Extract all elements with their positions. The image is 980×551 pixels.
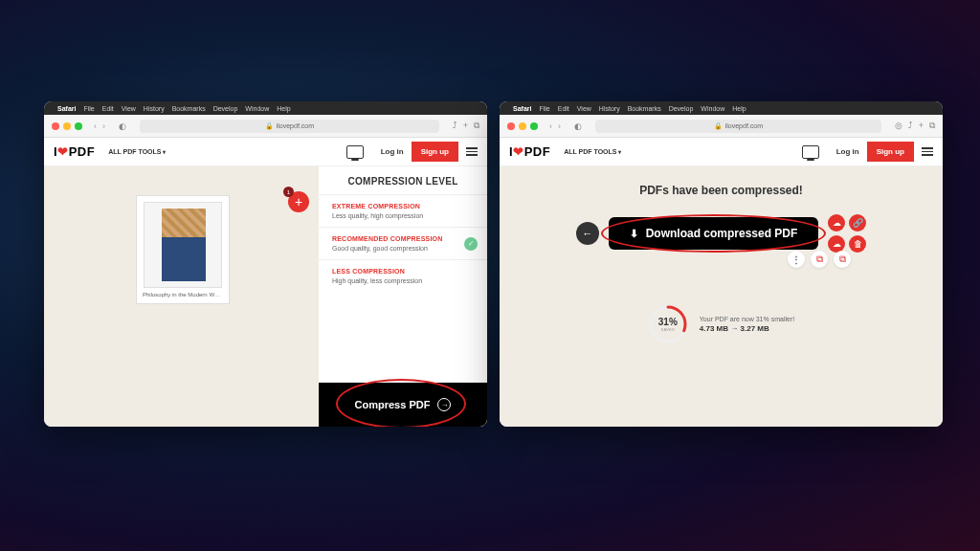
site-logo[interactable]: I❤PDF	[509, 144, 550, 159]
plus-icon: +	[295, 194, 302, 209]
close-window-icon[interactable]	[52, 122, 59, 130]
menu-edit[interactable]: Edit	[102, 105, 114, 112]
heart-icon: ❤	[57, 144, 69, 159]
compress-button[interactable]: Compress PDF →	[319, 383, 487, 427]
check-icon: ✓	[464, 237, 478, 251]
stats-line: Your PDF are now 31% smaller!	[700, 316, 794, 322]
download-button[interactable]: ⬇ Download compressed PDF	[609, 217, 819, 250]
signup-button[interactable]: Sign up	[867, 142, 914, 162]
arrow-right-icon: →	[437, 398, 451, 411]
menu-window[interactable]: Window	[245, 105, 269, 112]
back-icon[interactable]: ‹	[92, 121, 99, 131]
back-icon[interactable]: ‹	[547, 121, 554, 131]
macos-menubar: Safari File Edit View History Bookmarks …	[500, 101, 943, 115]
url-bar[interactable]: 🔒 ilovepdf.com	[595, 120, 881, 133]
new-tab-icon[interactable]: +	[919, 121, 924, 131]
panel-title: COMPRESSION LEVEL	[319, 166, 487, 194]
share-icon[interactable]: ⤴	[908, 121, 913, 131]
add-file-button[interactable]: + 1	[288, 191, 309, 212]
nav-arrows: ‹ ›	[547, 121, 563, 131]
more-icon[interactable]: ⋮	[788, 251, 805, 268]
compression-panel: COMPRESSION LEVEL EXTREME COMPRESSION Le…	[319, 166, 487, 427]
cloud-save-icon[interactable]: ☁	[828, 214, 845, 231]
menu-help[interactable]: Help	[732, 105, 746, 112]
delete-icon[interactable]: 🗑	[849, 235, 866, 253]
arrow-left-icon: ←	[582, 228, 592, 239]
menu-bookmarks[interactable]: Bookmarks	[172, 105, 206, 112]
file-count-badge: 1	[283, 187, 294, 197]
merge-icon[interactable]: ⧉	[834, 251, 851, 268]
hamburger-icon[interactable]	[922, 147, 933, 156]
forward-icon[interactable]: ›	[100, 121, 107, 131]
secondary-actions: ⋮ ⧉ ⧉	[788, 251, 851, 268]
savings-gauge: 31% SAVED	[648, 304, 688, 344]
tabs-icon[interactable]: ⧉	[929, 121, 935, 131]
menu-develop[interactable]: Develop	[213, 105, 238, 112]
maximize-window-icon[interactable]	[75, 122, 82, 130]
close-window-icon[interactable]	[507, 122, 515, 130]
minimize-window-icon[interactable]	[63, 122, 71, 130]
url-bar[interactable]: 🔒 ilovepdf.com	[140, 120, 439, 133]
menubar-app[interactable]: Safari	[57, 105, 76, 112]
all-tools-dropdown[interactable]: ALL PDF TOOLS	[564, 148, 621, 155]
level-less[interactable]: LESS COMPRESSION High quality, less comp…	[319, 259, 487, 292]
content-area: Philosophy in the Modern Worl... + 1 COM…	[44, 166, 487, 427]
menubar-app[interactable]: Safari	[513, 105, 531, 112]
menu-view[interactable]: View	[122, 105, 136, 112]
download-row: ← ⬇ Download compressed PDF ☁ 🔗 ☁ 🗑	[500, 214, 943, 253]
file-card[interactable]: Philosophy in the Modern Worl...	[136, 195, 230, 304]
signup-button[interactable]: Sign up	[412, 142, 458, 162]
all-tools-dropdown[interactable]: ALL PDF TOOLS	[108, 148, 166, 155]
safari-window-compress: Safari File Edit View History Bookmarks …	[44, 101, 487, 427]
success-title: PDFs have been compressed!	[500, 166, 943, 197]
login-button[interactable]: Log in	[829, 143, 867, 160]
share-actions: ☁ 🔗 ☁ 🗑	[828, 214, 866, 253]
link-icon[interactable]: 🔗	[849, 214, 866, 231]
traffic-lights[interactable]	[52, 122, 82, 130]
reader-icon[interactable]: ◎	[895, 121, 902, 131]
forward-icon[interactable]: ›	[556, 121, 563, 131]
maximize-window-icon[interactable]	[530, 122, 538, 130]
level-extreme[interactable]: EXTREME COMPRESSION Less quality, high c…	[319, 194, 487, 227]
stats-sizes: 4.73 MB → 3.27 MB	[700, 324, 794, 333]
macos-menubar: Safari File Edit View History Bookmarks …	[44, 101, 487, 115]
site-logo[interactable]: I❤PDF	[54, 144, 95, 159]
menu-history[interactable]: History	[599, 105, 620, 112]
safari-toolbar: ‹ › ◐ 🔒 ilovepdf.com ◎ ⤴ + ⧉	[500, 115, 943, 138]
split-icon[interactable]: ⧉	[811, 251, 828, 268]
file-name: Philosophy in the Modern Worl...	[143, 292, 223, 298]
shield-icon[interactable]: ◐	[119, 121, 126, 131]
menu-file[interactable]: File	[83, 105, 94, 112]
shield-icon[interactable]: ◐	[574, 121, 582, 131]
share-icon[interactable]: ⤴	[453, 121, 457, 131]
site-header: I❤PDF ALL PDF TOOLS Log in Sign up	[44, 138, 487, 166]
toolbar-right: ◎ ⤴ + ⧉	[895, 121, 935, 131]
safari-window-result: Safari File Edit View History Bookmarks …	[500, 101, 943, 427]
menu-window[interactable]: Window	[701, 105, 724, 112]
tabs-icon[interactable]: ⧉	[474, 121, 479, 131]
level-recommended[interactable]: RECOMMENDED COMPRESSION Good quality, go…	[319, 227, 487, 259]
file-thumbnail	[144, 202, 222, 288]
minimize-window-icon[interactable]	[519, 122, 526, 130]
hamburger-icon[interactable]	[466, 147, 478, 156]
compress-button-wrap: Compress PDF →	[319, 383, 487, 427]
menu-develop[interactable]: Develop	[669, 105, 694, 112]
nav-arrows: ‹ ›	[92, 121, 107, 131]
new-tab-icon[interactable]: +	[463, 121, 468, 131]
device-icon[interactable]	[346, 145, 364, 159]
menu-file[interactable]: File	[539, 105, 549, 112]
lock-icon: 🔒	[265, 122, 274, 130]
login-button[interactable]: Log in	[373, 143, 412, 160]
url-text: ilovepdf.com	[277, 122, 314, 129]
stats-row: 31% SAVED Your PDF are now 31% smaller! …	[500, 304, 943, 344]
menu-history[interactable]: History	[144, 105, 165, 112]
heart-icon: ❤	[513, 144, 524, 159]
device-icon[interactable]	[802, 145, 819, 159]
menu-view[interactable]: View	[577, 105, 591, 112]
menu-bookmarks[interactable]: Bookmarks	[628, 105, 661, 112]
back-button[interactable]: ←	[576, 222, 599, 245]
menu-help[interactable]: Help	[277, 105, 290, 112]
traffic-lights[interactable]	[507, 122, 538, 130]
toolbar-right: ⤴ + ⧉	[453, 121, 479, 131]
menu-edit[interactable]: Edit	[558, 105, 569, 112]
